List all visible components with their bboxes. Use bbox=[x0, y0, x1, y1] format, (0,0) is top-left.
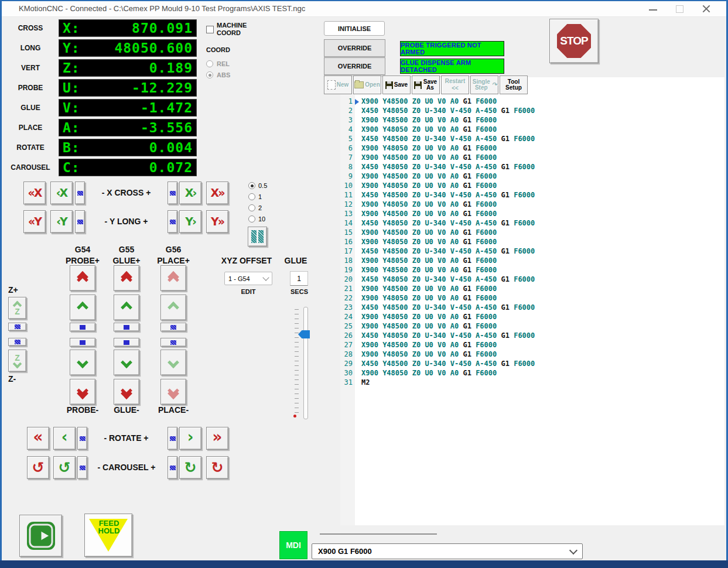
gcode-line[interactable]: 12X900 Y48050 Z0 U0 V0 A0 G1 F6000 bbox=[340, 200, 721, 210]
gcode-line[interactable]: 24X900 Y48050 Z0 U0 V0 A0 G1 F6000 bbox=[340, 313, 721, 322]
feedrate-slider[interactable] bbox=[303, 307, 308, 419]
override-bottom-button[interactable]: OVERRIDE bbox=[324, 57, 385, 75]
gcode-line[interactable]: 25X900 Y48500 Z0 U0 V0 A0 G1 F6000 bbox=[340, 322, 721, 331]
gcode-line[interactable]: 26X450 Y48050 Z0 U-340 V-450 A-450 G1 F6… bbox=[340, 331, 721, 341]
jog-x-pos-button[interactable]: X› bbox=[179, 182, 201, 204]
mdi-button[interactable]: MDI bbox=[279, 531, 307, 559]
gcode-line[interactable]: 28X900 Y48050 Z0 U0 V0 A0 G1 F6000 bbox=[340, 350, 721, 360]
place-up-button[interactable] bbox=[160, 295, 186, 320]
gcode-line[interactable]: 13X900 Y48500 Z0 U0 V0 A0 G1 F6000 bbox=[340, 210, 721, 219]
probe-down-button[interactable] bbox=[70, 350, 95, 375]
feed-hold-button[interactable]: FEED HOLD bbox=[84, 514, 132, 557]
stop-button[interactable]: STOP bbox=[549, 19, 599, 63]
gcode-line[interactable]: 31M2 bbox=[340, 378, 721, 388]
place-down-button[interactable] bbox=[160, 350, 186, 375]
gcode-line[interactable]: 27X900 Y48500 Z0 U0 V0 A0 G1 F6000 bbox=[340, 341, 721, 350]
carousel-pos-fast-button[interactable]: ↻ bbox=[206, 456, 228, 479]
glue-up-step-button[interactable] bbox=[114, 323, 139, 331]
save-button[interactable]: Save bbox=[382, 76, 411, 94]
jog-y-neg-step-button[interactable] bbox=[75, 210, 85, 233]
z-down-button[interactable]: Z bbox=[8, 350, 26, 372]
rotate-neg-fast-button[interactable]: « bbox=[27, 427, 49, 450]
glue-down-step-button[interactable] bbox=[114, 338, 139, 347]
glue-down-button[interactable] bbox=[114, 350, 139, 375]
minimize-icon[interactable] bbox=[649, 9, 657, 11]
gcode-line[interactable]: 19X900 Y48500 Z0 U0 V0 A0 G1 F6000 bbox=[340, 266, 721, 275]
glue-down-fast-button[interactable] bbox=[114, 379, 139, 405]
gcode-line[interactable]: 16X900 Y48050 Z0 U0 V0 A0 G1 F6000 bbox=[340, 238, 721, 247]
gcode-line[interactable]: 17X450 Y48500 Z0 U-340 V-450 A-450 G1 F6… bbox=[340, 247, 721, 256]
offset-select[interactable]: 1 - G54 bbox=[224, 272, 272, 285]
gcode-line[interactable]: 4X900 Y48050 Z0 U0 V0 A0 G1 F6000 bbox=[340, 125, 721, 135]
glue-seconds-input[interactable]: 1 bbox=[290, 271, 308, 286]
jog-x-neg-fast-button[interactable]: «X bbox=[23, 182, 46, 204]
initialise-button[interactable]: INITIALISE bbox=[324, 21, 385, 36]
probe-down-step-button[interactable] bbox=[70, 338, 95, 347]
probe-up-fast-button[interactable] bbox=[70, 265, 95, 291]
gcode-line[interactable]: 7X900 Y48500 Z0 U0 V0 A0 G1 F6000 bbox=[340, 153, 721, 163]
gcode-line[interactable]: 1X900 Y48500 Z0 U0 V0 A0 G1 F6000 bbox=[340, 97, 721, 107]
cycle-start-button[interactable] bbox=[19, 515, 62, 557]
speed-1-radio[interactable] bbox=[248, 193, 255, 200]
place-up-fast-button[interactable] bbox=[160, 265, 186, 291]
jog-y-neg-fast-button[interactable]: «Y bbox=[23, 210, 46, 233]
gcode-editor[interactable]: 1X900 Y48500 Z0 U0 V0 A0 G1 F60002X450 Y… bbox=[340, 77, 724, 525]
jog-y-pos-fast-button[interactable]: Y» bbox=[206, 210, 228, 233]
jog-y-neg-button[interactable]: ‹Y bbox=[50, 210, 73, 233]
carousel-neg-button[interactable]: ↺ bbox=[53, 456, 76, 479]
gcode-line[interactable]: 30X900 Y48050 Z0 U0 V0 A0 G1 F6000 bbox=[340, 369, 721, 378]
gcode-line[interactable]: 9X900 Y48500 Z0 U0 V0 A0 G1 F6000 bbox=[340, 172, 721, 182]
override-top-button[interactable]: OVERRIDE bbox=[324, 39, 385, 57]
maximize-icon[interactable] bbox=[676, 5, 683, 13]
z-up-step-button[interactable] bbox=[8, 323, 26, 331]
save-as-button[interactable]: Save As bbox=[412, 76, 440, 94]
place-down-fast-button[interactable] bbox=[160, 379, 186, 405]
glue-up-fast-button[interactable] bbox=[114, 265, 139, 291]
open-file-button[interactable]: Open bbox=[353, 76, 381, 94]
rotate-neg-button[interactable]: ‹ bbox=[53, 427, 76, 450]
speed-0-5-radio[interactable] bbox=[248, 182, 255, 189]
coord-abs-radio[interactable] bbox=[206, 71, 213, 78]
jog-x-neg-step-button[interactable] bbox=[75, 182, 85, 204]
place-down-step-button[interactable] bbox=[160, 338, 186, 347]
jog-pause-button[interactable] bbox=[248, 227, 267, 247]
gcode-line[interactable]: 29X450 Y48500 Z0 U-340 V-450 A-450 G1 F6… bbox=[340, 360, 721, 369]
gcode-line[interactable]: 8X450 Y48050 Z0 U-340 V-450 A-450 G1 F60… bbox=[340, 163, 721, 172]
feedrate-slider-thumb[interactable] bbox=[298, 330, 310, 338]
gcode-line[interactable]: 5X450 Y48500 Z0 U-340 V-450 A-450 G1 F60… bbox=[340, 135, 721, 144]
place-up-step-button[interactable] bbox=[160, 323, 186, 331]
carousel-neg-fast-button[interactable]: ↺ bbox=[27, 456, 49, 479]
z-down-step-button[interactable] bbox=[8, 338, 26, 346]
gcode-line[interactable]: 18X900 Y48050 Z0 U0 V0 A0 G1 F6000 bbox=[340, 256, 721, 266]
new-file-button[interactable]: New bbox=[324, 76, 352, 94]
z-up-button[interactable]: Z bbox=[8, 297, 26, 319]
coord-rel-radio[interactable] bbox=[206, 60, 213, 67]
gcode-line[interactable]: 14X450 Y48050 Z0 U-340 V-450 A-450 G1 F6… bbox=[340, 219, 721, 228]
probe-down-fast-button[interactable] bbox=[70, 379, 95, 405]
restart-button[interactable]: Restart << bbox=[441, 76, 469, 94]
rotate-pos-fast-button[interactable]: » bbox=[206, 427, 228, 450]
jog-x-pos-fast-button[interactable]: X» bbox=[206, 182, 228, 204]
rotate-pos-button[interactable]: › bbox=[179, 427, 201, 450]
rotate-neg-step-button[interactable] bbox=[77, 427, 87, 450]
speed-2-radio[interactable] bbox=[248, 204, 255, 211]
glue-up-button[interactable] bbox=[114, 295, 139, 320]
gcode-line[interactable]: 20X450 Y48050 Z0 U-340 V-450 A-450 G1 F6… bbox=[340, 275, 721, 285]
gcode-line[interactable]: 11X450 Y48500 Z0 U-340 V-450 A-450 G1 F6… bbox=[340, 191, 721, 200]
tool-setup-button[interactable]: Tool Setup bbox=[500, 76, 528, 94]
speed-10-radio[interactable] bbox=[248, 215, 255, 223]
gcode-line[interactable]: 2X450 Y48050 Z0 U-340 V-450 A-450 G1 F60… bbox=[340, 107, 721, 116]
machine-coord-checkbox[interactable] bbox=[206, 26, 214, 33]
carousel-pos-button[interactable]: ↻ bbox=[179, 456, 201, 479]
gcode-line[interactable]: 3X900 Y48500 Z0 U0 V0 A0 G1 F6000 bbox=[340, 116, 721, 125]
jog-y-pos-button[interactable]: Y› bbox=[179, 210, 201, 233]
probe-up-step-button[interactable] bbox=[70, 323, 95, 331]
gcode-line[interactable]: 6X900 Y48050 Z0 U0 V0 A0 G1 F6000 bbox=[340, 144, 721, 153]
mdi-command-input[interactable]: X900 G1 F6000 bbox=[312, 543, 583, 559]
jog-y-pos-step-button[interactable] bbox=[168, 210, 177, 233]
jog-x-pos-step-button[interactable] bbox=[168, 182, 177, 204]
probe-up-button[interactable] bbox=[70, 295, 95, 320]
gcode-line[interactable]: 15X900 Y48500 Z0 U0 V0 A0 G1 F6000 bbox=[340, 228, 721, 238]
gcode-line[interactable]: 10X900 Y48050 Z0 U0 V0 A0 G1 F6000 bbox=[340, 182, 721, 191]
single-step-button[interactable]: Single Step ↷ bbox=[470, 76, 498, 94]
